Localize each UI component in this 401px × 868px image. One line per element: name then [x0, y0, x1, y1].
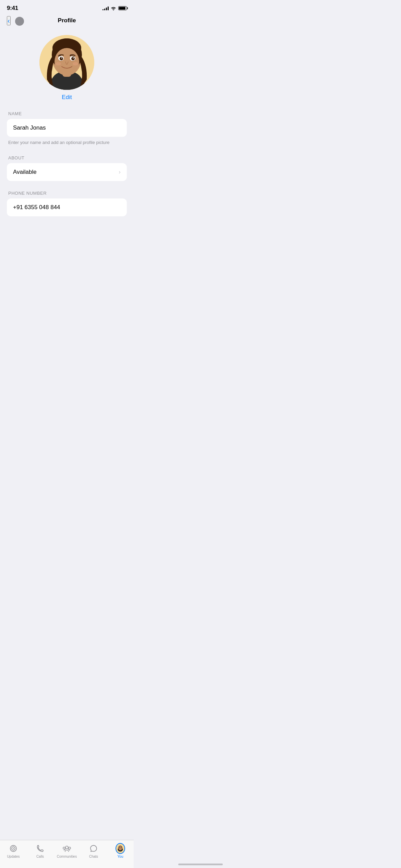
- avatar-image: [39, 35, 94, 90]
- name-label: NAME: [7, 111, 127, 116]
- battery-icon: [118, 6, 127, 10]
- status-icons: [102, 6, 127, 10]
- phone-label: PHONE NUMBER: [7, 191, 127, 196]
- about-section: ABOUT Available ›: [0, 155, 134, 181]
- svg-point-10: [60, 57, 63, 60]
- phone-input: +91 6355 048 844: [7, 198, 127, 216]
- svg-point-12: [61, 58, 62, 59]
- svg-point-7: [54, 48, 79, 75]
- avatar: [39, 35, 94, 90]
- svg-point-14: [56, 62, 61, 65]
- chevron-right-icon: ›: [119, 169, 121, 176]
- signal-icon: [102, 6, 109, 10]
- svg-point-11: [71, 57, 75, 60]
- phone-section: PHONE NUMBER +91 6355 048 844: [0, 191, 134, 216]
- phone-field-group: PHONE NUMBER +91 6355 048 844: [7, 191, 127, 216]
- name-field-group: NAME Sarah Jonas Enter your name and add…: [7, 111, 127, 146]
- svg-point-13: [73, 58, 74, 59]
- profile-section: Edit: [0, 28, 134, 111]
- name-value: Sarah Jonas: [13, 124, 46, 131]
- about-label: ABOUT: [7, 155, 127, 160]
- about-input[interactable]: Available ›: [7, 163, 127, 181]
- main-content: Edit NAME Sarah Jonas Enter your name an…: [0, 28, 134, 260]
- name-hint: Enter your name and add an optional prof…: [7, 137, 127, 146]
- phone-value: +91 6355 048 844: [13, 204, 60, 211]
- back-button[interactable]: ‹: [7, 16, 11, 25]
- about-field-group: ABOUT Available ›: [7, 155, 127, 181]
- nav-header: ‹ Profile: [0, 14, 134, 28]
- edit-button[interactable]: Edit: [62, 94, 72, 101]
- page-title: Profile: [58, 17, 76, 24]
- back-chevron-icon: ‹: [8, 17, 10, 25]
- about-value: Available: [13, 169, 37, 176]
- name-section: NAME Sarah Jonas Enter your name and add…: [0, 111, 134, 146]
- wifi-icon: [111, 6, 116, 10]
- svg-point-15: [73, 62, 78, 65]
- status-time: 9:41: [7, 5, 18, 12]
- name-input[interactable]: Sarah Jonas: [7, 119, 127, 137]
- header-dot: [15, 17, 24, 26]
- status-bar: 9:41: [0, 0, 134, 14]
